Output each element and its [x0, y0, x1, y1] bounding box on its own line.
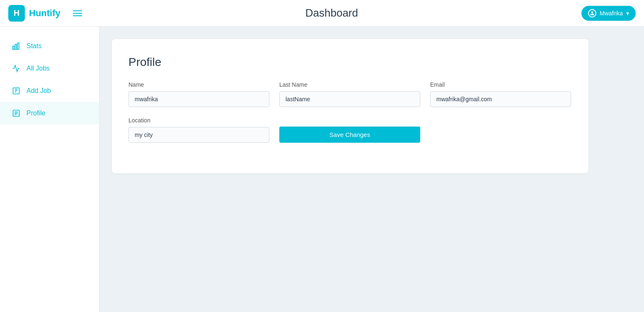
- svg-point-0: [591, 11, 593, 13]
- sidebar-label-stats: Stats: [27, 42, 41, 50]
- hamburger-menu-button[interactable]: [73, 10, 82, 16]
- svg-rect-3: [17, 43, 19, 50]
- header: H Huntify Dashboard Mwafrika ▾: [0, 0, 644, 27]
- profile-icon: [12, 109, 21, 118]
- profile-form-row-1: Name Last Name Email: [128, 81, 572, 107]
- location-field-group: Location: [128, 117, 269, 143]
- sidebar-item-stats[interactable]: Stats: [0, 35, 99, 57]
- main-content: Profile Name Last Name Email: [99, 27, 644, 312]
- email-label: Email: [430, 81, 571, 88]
- add-job-icon: [12, 86, 21, 95]
- profile-form-row-2: Location Save Changes: [128, 117, 572, 143]
- name-input[interactable]: [128, 91, 269, 107]
- sidebar-label-all-jobs: All Jobs: [27, 65, 50, 72]
- sidebar-label-profile: Profile: [27, 110, 45, 117]
- name-label: Name: [128, 81, 269, 88]
- chevron-down-icon: ▾: [626, 10, 629, 17]
- sidebar-label-add-job: Add Job: [27, 87, 51, 95]
- logo-area[interactable]: H Huntify: [8, 5, 61, 22]
- svg-rect-1: [13, 46, 14, 49]
- lastname-field-group: Last Name: [279, 81, 420, 107]
- header-title: Dashboard: [82, 7, 581, 20]
- profile-card: Profile Name Last Name Email: [112, 39, 588, 173]
- all-jobs-icon: [12, 64, 21, 73]
- sidebar-item-add-job[interactable]: Add Job: [0, 80, 99, 102]
- lastname-label: Last Name: [279, 81, 420, 88]
- sidebar-item-profile[interactable]: Profile: [0, 102, 99, 124]
- stats-icon: [12, 41, 21, 51]
- svg-rect-2: [15, 44, 17, 50]
- email-input[interactable]: [430, 91, 571, 107]
- logo-icon: H: [8, 5, 25, 22]
- user-menu-button[interactable]: Mwafrika ▾: [581, 6, 636, 21]
- logo-text: Huntify: [29, 8, 61, 19]
- location-label: Location: [128, 117, 269, 124]
- save-changes-button[interactable]: Save Changes: [279, 127, 420, 143]
- profile-title: Profile: [128, 56, 572, 69]
- sidebar-item-all-jobs[interactable]: All Jobs: [0, 57, 99, 80]
- lastname-input[interactable]: [279, 91, 420, 107]
- user-name-label: Mwafrika: [600, 10, 623, 17]
- name-field-group: Name: [128, 81, 269, 107]
- user-avatar-icon: [588, 9, 596, 17]
- sidebar: Stats All Jobs Add Job: [0, 27, 99, 312]
- main-layout: Stats All Jobs Add Job: [0, 27, 644, 312]
- location-input[interactable]: [128, 127, 269, 143]
- email-field-group: Email: [430, 81, 571, 107]
